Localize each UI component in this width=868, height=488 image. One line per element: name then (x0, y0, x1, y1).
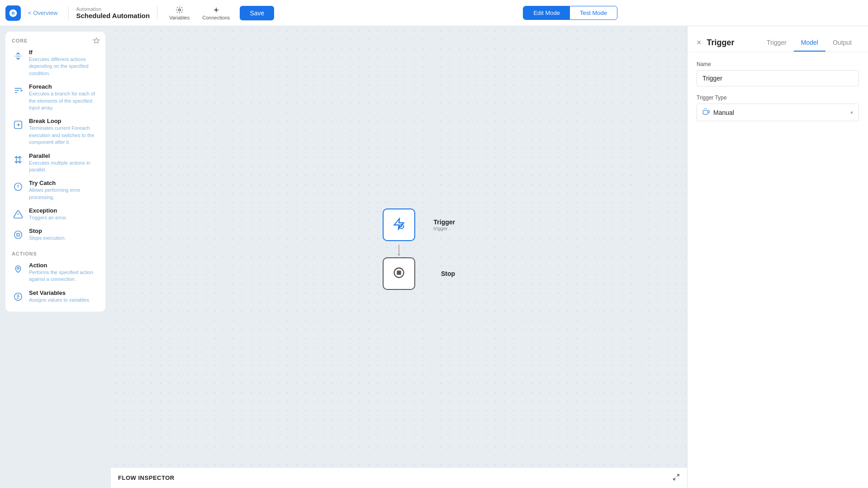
exception-desc: Triggers an error. (29, 214, 67, 221)
connections-button[interactable]: Connections (198, 4, 234, 22)
breakloop-desc: Terminates current Foreach execution and… (29, 125, 99, 146)
flow-connector (398, 245, 399, 254)
flow-inspector-bar: FLOW INSPECTOR (111, 467, 687, 488)
action-text: Action Performs the specified action aga… (29, 262, 99, 283)
right-panel-body: Name Trigger Type Manual ▾ (688, 52, 868, 488)
trycatch-icon (12, 180, 24, 193)
manual-icon (702, 108, 710, 117)
foreach-name: Foreach (29, 83, 99, 90)
trigger-node-sub: trigger (434, 226, 455, 231)
close-button[interactable]: × (697, 38, 702, 47)
trycatch-desc: Allows performing error processing. (29, 187, 99, 201)
setvars-desc: Assigns values to variables. (29, 297, 90, 303)
trycatch-text: Try Catch Allows performing error proces… (29, 180, 99, 201)
canvas[interactable]: Trigger trigger Stop FLOW INSPECTOR (111, 26, 687, 488)
parallel-name: Parallel (29, 152, 99, 159)
foreach-text: Foreach Executes a branch for each of th… (29, 83, 99, 111)
if-desc: Executes different actions depending on … (29, 56, 99, 77)
tab-output[interactable]: Output (825, 33, 859, 52)
if-name: If (29, 49, 99, 56)
stop-desc: Stops execution. (29, 235, 66, 242)
trigger-type-select[interactable]: Manual ▾ (697, 104, 859, 121)
svg-point-0 (178, 9, 180, 11)
test-mode-button[interactable]: Test Mode (570, 6, 617, 19)
if-icon (12, 50, 24, 62)
trigger-type-label: Trigger Type (697, 95, 859, 101)
topbar: < Overview Automation Scheduled Automati… (0, 0, 868, 26)
trycatch-name: Try Catch (29, 180, 99, 186)
trigger-node-name: Trigger (434, 218, 455, 226)
trigger-type-value: Manual (713, 109, 847, 116)
setvars-component[interactable]: Set Variables Assigns values to variable… (12, 289, 99, 303)
topbar-divider (68, 6, 69, 20)
breakloop-text: Break Loop Terminates current Foreach ex… (29, 118, 99, 146)
trigger-icon (393, 218, 405, 232)
stop-node-label: Stop (441, 270, 455, 277)
chevron-down-icon: ▾ (850, 109, 853, 116)
setvars-name: Set Variables (29, 289, 90, 296)
exception-component[interactable]: Exception Triggers an error. (12, 207, 99, 221)
expand-button[interactable] (673, 474, 680, 482)
panel-title: Trigger (707, 38, 735, 47)
exception-text: Exception Triggers an error. (29, 207, 67, 221)
component-card: CORE If Executes different actions depen… (5, 32, 105, 312)
actions-section-label: ACTIONS (12, 251, 99, 256)
topbar-divider2 (157, 6, 157, 20)
breakloop-name: Break Loop (29, 118, 99, 124)
svg-point-6 (17, 267, 19, 269)
flow-area: Trigger trigger Stop (383, 208, 415, 290)
variables-label: Variables (169, 15, 190, 20)
breadcrumb: Automation Scheduled Automation (76, 6, 150, 19)
trigger-node[interactable]: Trigger trigger (383, 208, 415, 241)
foreach-component[interactable]: Foreach Executes a branch for each of th… (12, 83, 99, 111)
foreach-desc: Executes a branch for each of the elemen… (29, 90, 99, 111)
setvars-icon (12, 290, 24, 303)
name-label: Name (697, 61, 859, 67)
left-panel: CORE If Executes different actions depen… (0, 26, 111, 488)
parallel-icon (12, 153, 24, 166)
mode-toggle: Edit Mode Test Mode (523, 6, 617, 20)
breadcrumb-title: Scheduled Automation (76, 12, 150, 19)
stop-text: Stop Stops execution. (29, 227, 66, 242)
exception-icon (12, 208, 24, 221)
stop-node-name: Stop (441, 270, 455, 277)
edit-mode-button[interactable]: Edit Mode (523, 6, 570, 19)
variables-button[interactable]: Variables (165, 4, 194, 22)
parallel-desc: Executes multiple actions in parallel. (29, 160, 99, 174)
back-button[interactable]: < Overview (24, 8, 61, 18)
breakloop-icon (12, 118, 24, 131)
main: CORE If Executes different actions depen… (0, 26, 868, 488)
connections-label: Connections (202, 15, 230, 20)
if-text: If Executes different actions depending … (29, 49, 99, 77)
trigger-node-label: Trigger trigger (434, 218, 455, 231)
parallel-component[interactable]: Parallel Executes multiple actions in pa… (12, 152, 99, 174)
tab-trigger[interactable]: Trigger (759, 33, 794, 52)
breakloop-component[interactable]: Break Loop Terminates current Foreach ex… (12, 118, 99, 146)
tab-model[interactable]: Model (794, 33, 825, 52)
svg-rect-11 (398, 271, 401, 274)
save-button[interactable]: Save (240, 6, 274, 20)
action-name: Action (29, 262, 99, 269)
if-component[interactable]: If Executes different actions depending … (12, 49, 99, 77)
right-panel-header: × Trigger Trigger Model Output (688, 26, 868, 52)
svg-point-4 (14, 231, 22, 239)
breadcrumb-sub: Automation (76, 6, 150, 12)
svg-marker-8 (394, 218, 404, 229)
logo (5, 5, 21, 21)
svg-rect-5 (17, 234, 19, 237)
name-input[interactable] (697, 70, 859, 86)
flow-inspector-label: FLOW INSPECTOR (118, 474, 175, 481)
exception-name: Exception (29, 207, 67, 214)
foreach-icon (12, 84, 24, 97)
right-panel: × Trigger Trigger Model Output Name Trig… (687, 26, 868, 488)
topbar-center: Edit Mode Test Mode (278, 6, 863, 20)
stop-node[interactable]: Stop (383, 257, 415, 290)
panel-tabs: Trigger Model Output (759, 33, 859, 52)
setvars-text: Set Variables Assigns values to variable… (29, 289, 90, 303)
action-component[interactable]: Action Performs the specified action aga… (12, 262, 99, 283)
pin-button[interactable] (93, 37, 100, 46)
trycatch-component[interactable]: Try Catch Allows performing error proces… (12, 180, 99, 201)
svg-line-13 (674, 478, 676, 480)
svg-line-12 (677, 474, 679, 477)
stop-component-lib[interactable]: Stop Stops execution. (12, 227, 99, 242)
